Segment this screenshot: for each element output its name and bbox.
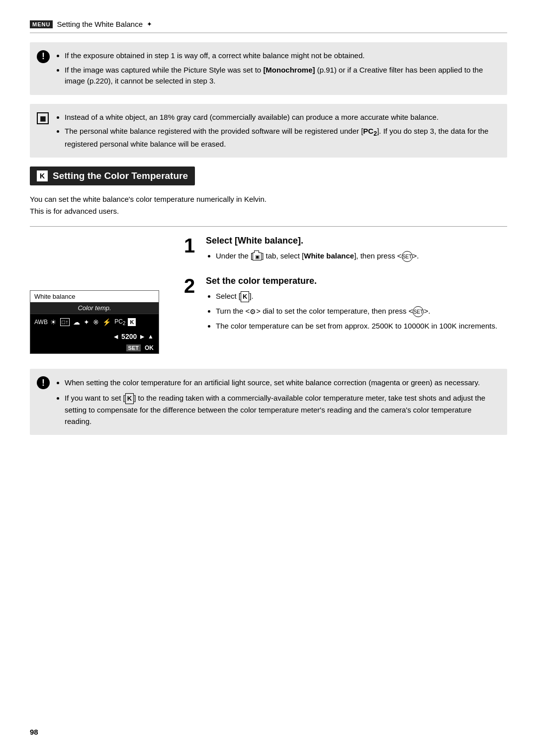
camera-tab-icon: ▣ [253, 252, 262, 260]
page: MENU Setting the White Balance ✦ ! If th… [0, 0, 537, 756]
step-2-bullets: Select [K]. Turn the <⚙> dial to set the… [206, 290, 507, 332]
camera-screen-title: White balance [30, 291, 159, 302]
bottom-warning-item-2: If you want to set [K] to the reading ta… [65, 392, 497, 427]
note-list-1: Instead of a white object, an 18% gray c… [55, 112, 497, 150]
step-2-title: Set the color temperature. [206, 276, 507, 286]
step-1-bullets: Under the [▣] tab, select [White balance… [206, 250, 507, 262]
wb-icon-custom: PC2 [114, 318, 125, 326]
page-number: 98 [30, 728, 38, 736]
wb-icon-shade: □↑ [60, 318, 70, 326]
camera-screen-icons: AWB ☀ □↑ ☁ ✦ ※ ⚡ PC2 K [30, 314, 159, 330]
intro-text: You can set the white balance's color te… [30, 193, 507, 217]
step-2-content: Set the color temperature. Select [K]. T… [206, 276, 507, 332]
header-bar: MENU Setting the White Balance ✦ [30, 20, 507, 33]
step-1-content: Select [White balance]. Under the [▣] ta… [206, 236, 507, 262]
warning-list-1: If the exposure obtained in step 1 is wa… [55, 50, 497, 87]
warning-box-1: ! If the exposure obtained in step 1 is … [30, 42, 507, 95]
wb-icon-cloud: ☁ [73, 318, 80, 326]
step-2-number: 2 [184, 276, 199, 332]
camera-screen-selected: Color temp. [30, 302, 159, 314]
ok-label: OK [145, 344, 154, 351]
wb-icon-sunny: ☀ [50, 318, 57, 326]
step-2: 2 Set the color temperature. Select [K].… [184, 276, 507, 332]
wb-icon-flash: ⚡ [102, 318, 111, 326]
section-divider [30, 226, 507, 227]
step-2-bullet-3: The color temperature can be set from ap… [216, 320, 507, 332]
step1-spacer [30, 236, 174, 285]
wb-icon-fluor: ※ [93, 318, 99, 326]
header-title: Setting the White Balance [57, 20, 143, 28]
set-badge: SET [126, 344, 141, 351]
caution-icon-1: ! [37, 49, 50, 63]
bottom-warning-box: ! When setting the color temperature for… [30, 369, 507, 435]
info-icon-1: ▦ [37, 111, 49, 125]
section-heading: K Setting the Color Temperature [30, 167, 195, 185]
warning-item-2: If the image was captured while the Pict… [65, 65, 497, 87]
step-1-number: 1 [184, 236, 199, 262]
right-arrow: ► [139, 333, 146, 340]
up-arrow: ▲ [148, 333, 154, 340]
left-arrow: ◄ [112, 333, 119, 340]
wb-icon-tungsten: ✦ [84, 318, 90, 326]
note-item-2: The personal white balance registered wi… [65, 126, 497, 150]
section-title: Setting the Color Temperature [53, 170, 188, 181]
step-2-bullet-2: Turn the <⚙> dial to set the color tempe… [216, 305, 507, 317]
k-box-1: K [241, 291, 249, 302]
steps-container: White balance Color temp. AWB ☀ □↑ ☁ ✦ ※… [30, 236, 507, 353]
warning-item-1: If the exposure obtained in step 1 is wa… [65, 50, 497, 62]
steps-left: White balance Color temp. AWB ☀ □↑ ☁ ✦ ※… [30, 236, 174, 353]
camera-screen-value: ◄ 5200 ► ▲ [30, 331, 159, 342]
camera-screen-set-bar: SET OK [30, 342, 159, 353]
k-box-2: K [125, 393, 134, 404]
section-heading-wrapper: K Setting the Color Temperature [30, 167, 507, 185]
set-circle-1: SET [402, 251, 413, 262]
bottom-warning-item-1: When setting the color temperature for a… [65, 377, 497, 388]
step-1: 1 Select [White balance]. Under the [▣] … [184, 236, 507, 262]
step-1-title: Select [White balance]. [206, 236, 507, 246]
note-box-1: ▦ Instead of a white object, an 18% gray… [30, 104, 507, 158]
dial-icon: ⚙ [250, 307, 256, 318]
step-2-bullet-1: Select [K]. [216, 290, 507, 302]
camera-screen: White balance Color temp. AWB ☀ □↑ ☁ ✦ ※… [30, 290, 159, 353]
steps-right: 1 Select [White balance]. Under the [▣] … [174, 236, 507, 353]
bottom-warning-list: When setting the color temperature for a… [55, 377, 497, 427]
menu-badge: MENU [30, 20, 53, 28]
k-section-icon: K [37, 170, 48, 181]
wb-icon-awb: AWB [34, 319, 48, 326]
wb-icon-k: K [128, 318, 136, 326]
header-star: ✦ [147, 20, 152, 28]
note-item-1: Instead of a white object, an 18% gray c… [65, 112, 497, 123]
set-circle-2: SET [413, 306, 424, 317]
step-1-bullet-1: Under the [▣] tab, select [White balance… [216, 250, 507, 262]
caution-icon-2: ! [37, 376, 50, 390]
temp-value: 5200 [121, 333, 137, 340]
